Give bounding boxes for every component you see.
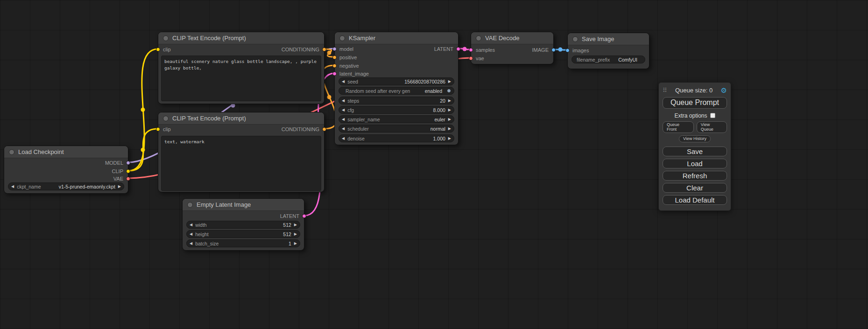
increment-arrow-icon[interactable]: ▶ (118, 185, 121, 189)
node-title-bar[interactable]: Save Image (568, 33, 649, 45)
output-slot-clip[interactable]: CLIP (112, 168, 128, 175)
clip-port-icon[interactable] (156, 127, 160, 132)
node-vae-decode[interactable]: VAE Decode samples vae IMAGE (471, 32, 554, 64)
conditioning-port-icon[interactable] (332, 56, 337, 60)
decrement-arrow-icon[interactable]: ◀ (190, 232, 192, 236)
graph-canvas[interactable]: { "colors": { "MODEL": "#B39DDB", "CLIP"… (0, 0, 868, 329)
node-clip-text-encode-negative[interactable]: CLIP Text Encode (Prompt) clip CONDITION… (158, 112, 325, 192)
conditioning-port-icon[interactable] (322, 127, 326, 132)
load-default-button[interactable]: Load Default (663, 195, 727, 205)
prompt-textarea[interactable]: beautiful scenery nature glass bottle la… (161, 56, 321, 101)
save-button[interactable]: Save (663, 147, 727, 156)
latent-port-icon[interactable] (456, 47, 460, 51)
clear-button[interactable]: Clear (663, 183, 727, 193)
decrement-arrow-icon[interactable]: ◀ (342, 127, 345, 131)
input-slot-clip[interactable]: clip (158, 126, 171, 133)
view-queue-button[interactable]: View Queue (697, 121, 727, 133)
node-load-checkpoint[interactable]: Load Checkpoint MODEL CLIP VAE ◀ ckpt_na… (4, 146, 128, 194)
collapse-dot[interactable] (163, 35, 169, 41)
increment-arrow-icon[interactable]: ▶ (294, 223, 297, 227)
image-port-icon[interactable] (565, 49, 570, 53)
widget-ckpt-name[interactable]: ◀ ckpt_name v1-5-pruned-emaonly.ckpt ▶ (8, 182, 124, 190)
vae-port-icon[interactable] (126, 177, 130, 181)
decrement-arrow-icon[interactable]: ◀ (190, 242, 192, 245)
node-title-bar[interactable]: KSampler (335, 32, 458, 44)
input-slot-positive[interactable]: positive (335, 54, 357, 61)
collapse-dot[interactable] (339, 35, 345, 41)
increment-arrow-icon[interactable]: ▶ (448, 137, 451, 140)
decrement-arrow-icon[interactable]: ◀ (342, 118, 345, 121)
clip-port-icon[interactable] (126, 169, 130, 174)
widget-seed[interactable]: ◀ seed 156680208700286 ▶ (339, 77, 454, 85)
collapse-dot[interactable] (187, 202, 193, 208)
input-slot-clip[interactable]: clip (158, 46, 171, 53)
decrement-arrow-icon[interactable]: ◀ (190, 223, 192, 227)
widget-cfg[interactable]: ◀ cfg 8.000 ▶ (339, 106, 454, 114)
model-port-icon[interactable] (332, 47, 337, 51)
latent-port-icon[interactable] (469, 48, 473, 52)
conditioning-port-icon[interactable] (322, 48, 326, 52)
latent-port-icon[interactable] (332, 72, 337, 76)
increment-arrow-icon[interactable]: ▶ (448, 99, 451, 103)
output-slot-model[interactable]: MODEL (105, 159, 128, 167)
output-slot-conditioning[interactable]: CONDITIONING (282, 46, 324, 53)
vae-port-icon[interactable] (469, 56, 473, 61)
collapse-dot[interactable] (163, 116, 169, 121)
refresh-button[interactable]: Refresh (663, 171, 727, 181)
output-slot-latent[interactable]: LATENT (280, 212, 304, 220)
conditioning-port-icon[interactable] (332, 64, 337, 68)
decrement-arrow-icon[interactable]: ◀ (11, 185, 14, 189)
increment-arrow-icon[interactable]: ▶ (448, 118, 451, 121)
input-slot-vae[interactable]: vae (471, 55, 484, 62)
widget-width[interactable]: ◀ width 512 ▶ (186, 221, 300, 229)
output-slot-latent[interactable]: LATENT (434, 45, 458, 53)
decrement-arrow-icon[interactable]: ◀ (342, 99, 345, 103)
drag-handle-icon[interactable]: ⠿ (663, 87, 667, 94)
increment-arrow-icon[interactable]: ▶ (294, 242, 297, 245)
decrement-arrow-icon[interactable]: ◀ (342, 80, 345, 84)
increment-arrow-icon[interactable]: ▶ (448, 108, 451, 112)
increment-arrow-icon[interactable]: ▶ (448, 127, 451, 131)
input-slot-model[interactable]: model (335, 45, 353, 53)
node-save-image[interactable]: Save Image images filename_prefix ComfyU… (567, 33, 649, 69)
input-slot-negative[interactable]: negative (335, 62, 359, 70)
decrement-arrow-icon[interactable]: ◀ (342, 108, 345, 112)
output-slot-image[interactable]: IMAGE (532, 46, 553, 54)
collapse-dot[interactable] (572, 36, 578, 42)
image-port-icon[interactable] (551, 48, 556, 52)
node-clip-text-encode-positive[interactable]: CLIP Text Encode (Prompt) clip CONDITION… (158, 32, 325, 104)
node-empty-latent-image[interactable]: Empty Latent Image LATENT ◀ width 512 ▶ … (182, 198, 304, 251)
widget-random-seed-toggle[interactable]: Random seed after every gen enabled (339, 87, 454, 95)
widget-filename-prefix[interactable]: filename_prefix ComfyUI (572, 56, 645, 63)
node-title-bar[interactable]: CLIP Text Encode (Prompt) (158, 32, 324, 44)
widget-steps[interactable]: ◀ steps 20 ▶ (339, 97, 454, 105)
queue-prompt-button[interactable]: Queue Prompt (663, 97, 727, 109)
settings-gear-icon[interactable]: ⚙ (721, 87, 727, 94)
view-history-button[interactable]: View History (679, 135, 711, 142)
input-slot-samples[interactable]: samples (471, 46, 495, 54)
input-slot-images[interactable]: images (568, 47, 589, 54)
node-title-bar[interactable]: VAE Decode (471, 32, 553, 44)
decrement-arrow-icon[interactable]: ◀ (342, 137, 345, 140)
clip-port-icon[interactable] (156, 48, 160, 52)
queue-menu-panel[interactable]: ⠿ Queue size: 0 ⚙ Queue Prompt Extra opt… (658, 82, 731, 211)
collapse-dot[interactable] (9, 149, 14, 155)
queue-front-button[interactable]: Queue Front (663, 121, 694, 133)
latent-port-icon[interactable] (302, 214, 306, 218)
increment-arrow-icon[interactable]: ▶ (448, 80, 451, 84)
output-slot-conditioning[interactable]: CONDITIONING (282, 126, 324, 133)
model-port-icon[interactable] (126, 161, 130, 165)
input-slot-latent-image[interactable]: latent_image (335, 70, 369, 77)
toggle-knob-icon[interactable] (447, 89, 451, 93)
load-button[interactable]: Load (663, 159, 727, 168)
widget-sampler-name[interactable]: ◀ sampler_name euler ▶ (339, 115, 454, 123)
node-title-bar[interactable]: Load Checkpoint (4, 146, 128, 158)
output-slot-vae[interactable]: VAE (113, 175, 128, 182)
node-ksampler[interactable]: KSampler model positive negative latent_… (334, 32, 459, 145)
collapse-dot[interactable] (476, 35, 481, 41)
increment-arrow-icon[interactable]: ▶ (294, 232, 297, 236)
prompt-textarea[interactable]: text, watermark (161, 136, 321, 191)
extra-options-checkbox[interactable] (710, 113, 715, 118)
widget-height[interactable]: ◀ height 512 ▶ (186, 230, 300, 238)
node-title-bar[interactable]: CLIP Text Encode (Prompt) (158, 112, 324, 125)
